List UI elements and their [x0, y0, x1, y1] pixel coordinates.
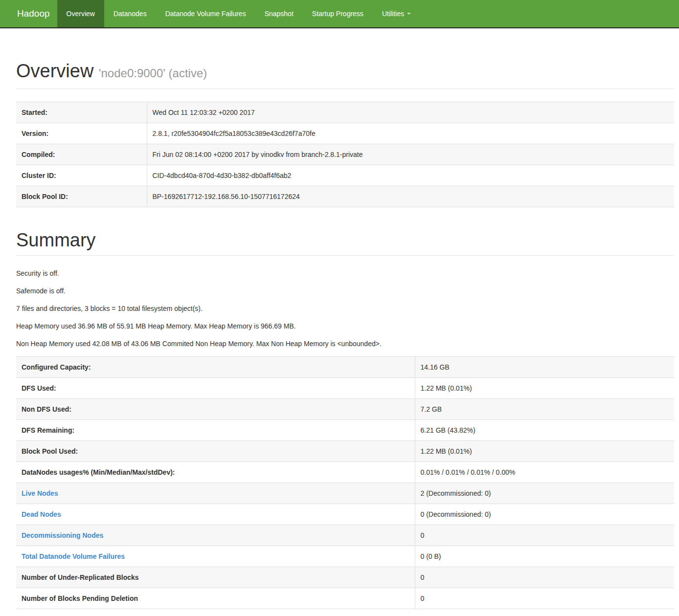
row-label: Live Nodes — [16, 483, 415, 504]
summary-row: DFS Used:1.22 MB (0.01%) — [16, 378, 674, 399]
total-datanode-volume-failures-link[interactable]: Total Datanode Volume Failures — [22, 552, 125, 560]
summary-row: Total Datanode Volume Failures0 (0 B) — [16, 546, 674, 567]
navbar-item-utilities: Utilities — [373, 0, 420, 27]
summary-line: Heap Memory used 36.96 MB of 55.91 MB He… — [16, 321, 674, 331]
summary-row: Number of Under-Replicated Blocks0 — [16, 567, 674, 588]
summary-row: Configured Capacity:14.16 GB — [16, 357, 674, 378]
row-label: Configured Capacity: — [16, 357, 415, 378]
tab-startup-progress[interactable]: Startup Progress — [303, 0, 373, 27]
summary-table: Configured Capacity:14.16 GBDFS Used:1.2… — [16, 356, 674, 609]
tab-label: Overview — [67, 10, 95, 18]
summary-line: 7 files and directories, 3 blocks = 10 t… — [16, 304, 674, 313]
summary-line: Security is off. — [16, 268, 674, 278]
navbar-item-startup-progress: Startup Progress — [303, 0, 373, 27]
row-value: 0 — [415, 567, 674, 588]
row-value: 7.2 GB — [415, 399, 674, 420]
row-value: Fri Jun 02 08:14:00 +0200 2017 by vinodk… — [147, 144, 674, 165]
row-value: 0 (Decommissioned: 0) — [415, 504, 674, 525]
row-value: BP-1692617712-192.168.56.10-150771617262… — [147, 186, 674, 207]
row-label: Decommissioning Nodes — [16, 525, 415, 546]
tab-label: Datanodes — [113, 10, 147, 18]
summary-row: Live Nodes2 (Decommissioned: 0) — [16, 483, 674, 504]
summary-row: Dead Nodes0 (Decommissioned: 0) — [16, 504, 674, 525]
summary-row: DataNodes usages% (Min/Median/Max/stdDev… — [16, 462, 674, 483]
summary-row: DFS Remaining:6.21 GB (43.82%) — [16, 420, 674, 441]
navbar-item-datanode-volume-failures: Datanode Volume Failures — [156, 0, 255, 27]
overview-table: Started:Wed Oct 11 12:03:32 +0200 2017Ve… — [16, 102, 674, 207]
row-value: 2 (Decommissioned: 0) — [415, 483, 674, 504]
summary-title: Summary — [16, 230, 674, 250]
navbar-menu: OverviewDatanodesDatanode Volume Failure… — [57, 0, 420, 27]
navbar: Hadoop OverviewDatanodesDatanode Volume … — [0, 0, 679, 28]
row-value: 2.8.1, r20fe5304904fc2f5a18053c389e43cd2… — [147, 123, 674, 144]
row-label: DFS Used: — [16, 378, 415, 399]
tab-overview[interactable]: Overview — [57, 0, 104, 27]
row-label: DataNodes usages% (Min/Median/Max/stdDev… — [16, 462, 415, 483]
decommissioning-nodes-link[interactable]: Decommissioning Nodes — [22, 531, 103, 539]
row-label: Number of Blocks Pending Deletion — [16, 588, 415, 609]
row-label: Cluster ID: — [16, 165, 147, 186]
row-value: Wed Oct 11 12:03:32 +0200 2017 — [147, 102, 674, 123]
tab-datanode-volume-failures[interactable]: Datanode Volume Failures — [156, 0, 255, 27]
dead-nodes-link[interactable]: Dead Nodes — [22, 510, 61, 518]
summary-line: Safemode is off. — [16, 286, 674, 296]
summary-row: Block Pool Used:1.22 MB (0.01%) — [16, 441, 674, 462]
row-label: Total Datanode Volume Failures — [16, 546, 415, 567]
tab-label: Utilities — [382, 10, 404, 18]
navbar-item-snapshot: Snapshot — [255, 0, 303, 27]
title-divider — [16, 88, 674, 89]
navbar-item-overview: Overview — [57, 0, 104, 27]
row-value: CID-4dbcd40a-870d-4d30-b382-db0aff4f6ab2 — [147, 165, 674, 186]
summary-row: Decommissioning Nodes0 — [16, 525, 674, 546]
row-value: 14.16 GB — [415, 357, 674, 378]
row-label: Dead Nodes — [16, 504, 415, 525]
summary-divider — [16, 255, 674, 256]
summary-line: Non Heap Memory used 42.08 MB of 43.06 M… — [16, 339, 674, 349]
page-content: Overview 'node0:9000' (active) Started:W… — [16, 61, 674, 609]
overview-row: Cluster ID:CID-4dbcd40a-870d-4d30-b382-d… — [16, 165, 674, 186]
row-label: Started: — [16, 102, 147, 123]
row-label: Number of Under-Replicated Blocks — [16, 567, 415, 588]
row-label: Block Pool ID: — [16, 186, 147, 207]
tab-datanodes[interactable]: Datanodes — [104, 0, 156, 27]
row-label: Block Pool Used: — [16, 441, 415, 462]
row-label: DFS Remaining: — [16, 420, 415, 441]
tab-utilities[interactable]: Utilities — [373, 0, 420, 27]
overview-row: Started:Wed Oct 11 12:03:32 +0200 2017 — [16, 102, 674, 123]
navbar-brand[interactable]: Hadoop — [10, 0, 57, 27]
summary-row: Non DFS Used:7.2 GB — [16, 399, 674, 420]
live-nodes-link[interactable]: Live Nodes — [22, 489, 58, 497]
tab-label: Startup Progress — [312, 10, 363, 18]
row-value: 6.21 GB (43.82%) — [415, 420, 674, 441]
row-value: 1.22 MB (0.01%) — [415, 441, 674, 462]
navbar-item-datanodes: Datanodes — [104, 0, 156, 27]
tab-label: Snapshot — [265, 10, 294, 18]
row-label: Version: — [16, 123, 147, 144]
row-value: 1.22 MB (0.01%) — [415, 378, 674, 399]
overview-row: Block Pool ID:BP-1692617712-192.168.56.1… — [16, 186, 674, 207]
summary-row: Number of Blocks Pending Deletion0 — [16, 588, 674, 609]
overview-row: Compiled:Fri Jun 02 08:14:00 +0200 2017 … — [16, 144, 674, 165]
row-label: Compiled: — [16, 144, 147, 165]
row-value: 0.01% / 0.01% / 0.01% / 0.00% — [415, 462, 674, 483]
summary-paragraphs: Security is off.Safemode is off.7 files … — [16, 268, 674, 349]
row-label: Non DFS Used: — [16, 399, 415, 420]
tab-snapshot[interactable]: Snapshot — [255, 0, 303, 27]
page-title: Overview 'node0:9000' (active) — [16, 61, 674, 84]
page-title-text: Overview — [16, 61, 93, 81]
row-value: 0 (0 B) — [415, 546, 674, 567]
row-value: 0 — [415, 525, 674, 546]
row-value: 0 — [415, 588, 674, 609]
chevron-down-icon — [407, 13, 411, 15]
tab-label: Datanode Volume Failures — [165, 10, 246, 18]
overview-row: Version:2.8.1, r20fe5304904fc2f5a18053c3… — [16, 123, 674, 144]
page-subtitle: 'node0:9000' (active) — [99, 66, 207, 80]
